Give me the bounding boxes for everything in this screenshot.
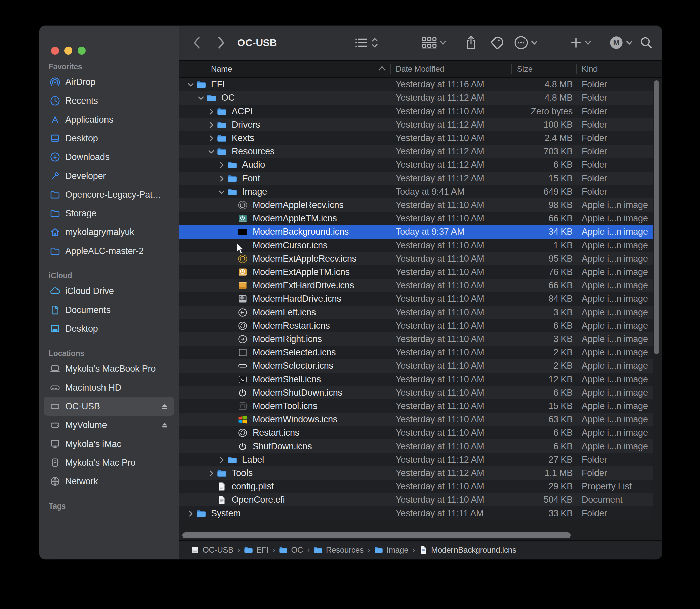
sidebar-item-macintosh-hd[interactable]: Macintosh HD <box>43 378 175 397</box>
file-row[interactable]: config.plistYesterday at 11:10 AM29 KBPr… <box>179 480 653 493</box>
disclosure-right-icon[interactable] <box>217 456 226 464</box>
sidebar-item-applealc-master-2[interactable]: AppleALC-master-2 <box>43 242 175 260</box>
pathbar-item-modernbackground-icns[interactable]: ModernBackground.icns <box>419 545 517 555</box>
sidebar-item-myvolume[interactable]: MyVolume <box>43 416 175 434</box>
sidebar-item-opencore-legacy-pat-[interactable]: Opencore-Legacy-Pat… <box>43 185 175 204</box>
file-row[interactable]: LabelYesterday at 11:12 AM27 KBFolder <box>179 453 653 466</box>
pathbar-item-resources[interactable]: Resources <box>314 545 364 555</box>
file-row[interactable]: ModernLeft.icnsYesterday at 11:10 AM3 KB… <box>179 306 653 319</box>
disclosure-right-icon[interactable] <box>207 121 216 129</box>
file-row[interactable]: KextsYesterday at 11:10 AM2.4 MBFolder <box>179 131 653 145</box>
disclosure-right-icon[interactable] <box>207 107 216 116</box>
file-name: ModernHardDrive.icns <box>252 292 341 306</box>
file-row[interactable]: ModernTool.icnsYesterday at 11:10 AM15 K… <box>179 399 653 413</box>
file-row[interactable]: ModernExtAppleRecv.icnsYesterday at 11:1… <box>179 252 653 265</box>
sidebar-item-documents[interactable]: Documents <box>43 300 175 319</box>
vertical-scrollbar[interactable] <box>654 81 659 354</box>
search-button[interactable] <box>640 36 653 49</box>
column-size[interactable]: Size <box>517 64 532 74</box>
file-row[interactable]: Restart.icnsYesterday at 11:10 AM6 KBApp… <box>179 426 653 439</box>
file-date-modified: Yesterday at 11:12 AM <box>396 172 484 185</box>
disclosure-down-icon[interactable] <box>207 147 216 156</box>
file-row[interactable]: OCYesterday at 11:12 AM4.8 MBFolder <box>179 91 653 105</box>
eject-icon[interactable] <box>160 402 169 411</box>
file-row[interactable]: ModernShutDown.icnsYesterday at 11:10 AM… <box>179 386 653 399</box>
file-row[interactable]: ModernSelected.icnsYesterday at 11:10 AM… <box>179 346 653 359</box>
disclosure-right-icon[interactable] <box>217 174 226 183</box>
sidebar-item-downloads[interactable]: Downloads <box>43 148 175 167</box>
file-row[interactable]: ModernSelector.icnsYesterday at 11:10 AM… <box>179 359 653 372</box>
view-mode-button[interactable] <box>354 36 379 49</box>
eject-icon[interactable] <box>160 421 169 430</box>
column-divider[interactable] <box>576 64 577 74</box>
folder-small-icon <box>244 546 253 554</box>
close-window-button[interactable] <box>51 47 59 55</box>
back-button[interactable] <box>192 36 202 49</box>
sidebar-item-oc-usb[interactable]: OC-USB <box>43 397 175 416</box>
pathbar-item-oc-usb[interactable]: OC-USB <box>191 545 233 555</box>
file-row[interactable]: SystemYesterday at 11:11 AM33 KBFolder <box>179 506 653 520</box>
file-row[interactable]: ModernRestart.icnsYesterday at 11:10 AM6… <box>179 319 653 332</box>
sidebar-item-desktop[interactable]: Desktop <box>43 129 175 148</box>
sidebar-item-storage[interactable]: Storage <box>43 204 175 223</box>
file-row[interactable]: ResourcesYesterday at 11:12 AM703 KBFold… <box>179 145 653 158</box>
file-row[interactable]: ModernCursor.icnsYesterday at 11:10 AM1 … <box>179 239 653 252</box>
pathbar-item-efi[interactable]: EFI <box>244 545 268 555</box>
file-row[interactable]: ModernShell.icnsYesterday at 11:10 AM12 … <box>179 372 653 386</box>
file-row[interactable]: ModernWindows.icnsYesterday at 11:10 AM6… <box>179 413 653 426</box>
column-date-modified[interactable]: Date Modified <box>396 64 444 74</box>
column-divider[interactable] <box>390 64 391 74</box>
column-divider[interactable] <box>511 64 512 74</box>
file-row[interactable]: ModernBackground.icnsToday at 9:37 AM34 … <box>179 225 653 239</box>
file-row[interactable]: ToolsYesterday at 11:12 AM1.1 MBFolder <box>179 466 653 480</box>
new-item-button[interactable] <box>570 36 592 49</box>
sidebar-item-network[interactable]: Network <box>43 472 175 491</box>
more-actions-button[interactable] <box>514 35 538 50</box>
file-row[interactable]: EFIYesterday at 11:16 AM4.8 MBFolder <box>179 78 653 91</box>
file-row[interactable]: OpenCore.efiYesterday at 11:10 AM504 KBD… <box>179 493 653 506</box>
file-row[interactable]: ImageToday at 9:41 AM649 KBFolder <box>179 185 653 198</box>
pathbar-item-oc[interactable]: OC <box>279 545 303 555</box>
sidebar-item-mykola-s-macbook-pro[interactable]: Mykola’s MacBook Pro <box>43 360 175 378</box>
sidebar-item-mykola-s-imac[interactable]: Mykola’s iMac <box>43 434 175 453</box>
column-kind[interactable]: Kind <box>582 64 597 74</box>
disclosure-down-icon[interactable] <box>217 188 226 196</box>
file-row[interactable]: ModernRight.icnsYesterday at 11:10 AM3 K… <box>179 332 653 346</box>
file-row[interactable]: DriversYesterday at 11:12 AM100 KBFolder <box>179 118 653 131</box>
sidebar-item-recents[interactable]: Recents <box>43 91 175 110</box>
share-button[interactable] <box>465 35 477 50</box>
group-by-button[interactable] <box>422 36 447 49</box>
column-name[interactable]: Name <box>211 64 232 74</box>
disclosure-right-icon[interactable] <box>207 469 216 478</box>
sidebar-item-developer[interactable]: Developer <box>43 167 175 185</box>
file-row[interactable]: ShutDown.icnsYesterday at 11:10 AM6 KBAp… <box>179 439 653 453</box>
sidebar-item-mykolagrymalyuk[interactable]: mykolagrymalyuk <box>43 223 175 242</box>
zoom-window-button[interactable] <box>78 47 86 55</box>
forward-button[interactable] <box>216 36 226 49</box>
pathbar-item-image[interactable]: Image <box>374 545 408 555</box>
file-row[interactable]: ModernAppleRecv.icnsYesterday at 11:10 A… <box>179 198 653 212</box>
sidebar-item-applications[interactable]: Applications <box>43 110 175 129</box>
sidebar-item-desktop[interactable]: Desktop <box>43 319 175 338</box>
file-row[interactable]: FontYesterday at 11:12 AM15 KBFolder <box>179 172 653 185</box>
sidebar-item-airdrop[interactable]: AirDrop <box>43 73 175 91</box>
disclosure-right-icon[interactable] <box>217 161 226 170</box>
sidebar-item-mykola-s-mac-pro[interactable]: Mykola’s Mac Pro <box>43 453 175 472</box>
sidebar-item-icloud-drive[interactable]: iCloud Drive <box>43 282 175 300</box>
file-name: ModernWindows.icns <box>252 413 337 426</box>
file-date-modified: Yesterday at 11:12 AM <box>396 91 484 105</box>
tag-button[interactable] <box>490 36 504 49</box>
file-row[interactable]: ModernExtHardDrive.icnsYesterday at 11:1… <box>179 279 653 292</box>
minimize-window-button[interactable] <box>64 47 72 55</box>
disclosure-right-icon[interactable] <box>186 509 195 518</box>
file-row[interactable]: ModernAppleTM.icnsYesterday at 11:10 AM6… <box>179 212 653 225</box>
file-row[interactable]: AudioYesterday at 11:12 AM6 KBFolder <box>179 158 653 172</box>
horizontal-scrollbar[interactable] <box>182 532 571 538</box>
disclosure-down-icon[interactable] <box>186 81 195 89</box>
file-row[interactable]: ACPIYesterday at 11:10 AMZero bytesFolde… <box>179 105 653 118</box>
disclosure-down-icon[interactable] <box>197 94 205 103</box>
user-avatar-button[interactable]: M <box>609 35 633 50</box>
file-row[interactable]: ModernExtAppleTM.icnsYesterday at 11:10 … <box>179 265 653 279</box>
disclosure-right-icon[interactable] <box>207 134 216 143</box>
file-row[interactable]: ModernHardDrive.icnsYesterday at 11:10 A… <box>179 292 653 306</box>
